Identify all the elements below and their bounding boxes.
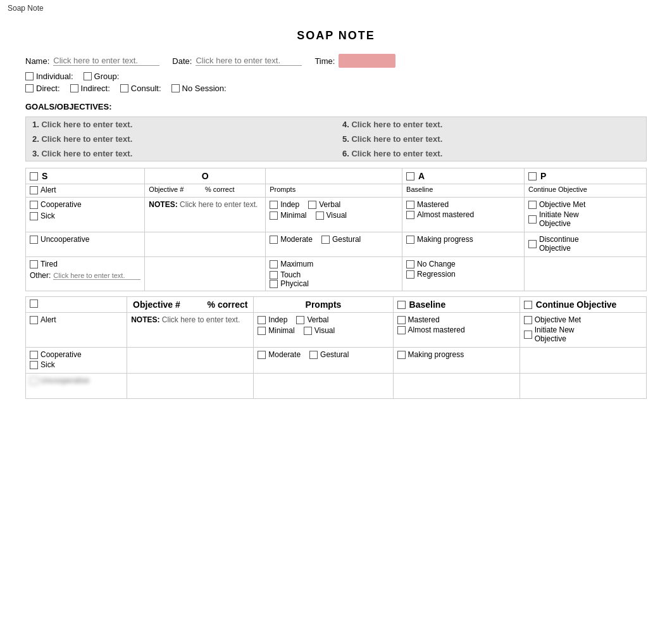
touch-checkbox-1[interactable]	[270, 271, 278, 279]
p-empty-cell	[524, 257, 646, 291]
no-change-checkbox-1[interactable]	[406, 260, 414, 268]
consult-checkbox-item: Consult:	[120, 84, 161, 93]
consult-label: Consult:	[131, 84, 161, 93]
t2-gestural-checkbox[interactable]	[309, 351, 318, 359]
soap-table-1: S O A P	[25, 168, 647, 291]
a-data-cell: Mastered Almost mastered	[402, 198, 525, 232]
time-field: Time:	[314, 54, 395, 68]
p-col-checkbox[interactable]	[528, 172, 537, 180]
date-input[interactable]	[196, 56, 302, 66]
t2-table-row-2: Cooperative Sick Moderate Gestural	[26, 348, 647, 374]
goal-2: 2. Click here to enter text.	[26, 132, 336, 146]
page-title: SOAP NOTE	[25, 29, 647, 42]
t2-a-making-progress-cell: Making progress	[393, 348, 520, 374]
table-row-2: Uncooperative Moderate Gestural Maki	[26, 232, 647, 257]
no-session-checkbox[interactable]	[171, 84, 180, 92]
group-checkbox[interactable]	[84, 72, 92, 80]
t2-cooperative-checkbox[interactable]	[30, 351, 38, 359]
phycical-checkbox-1[interactable]	[270, 280, 278, 288]
t2-minimal-checkbox[interactable]	[258, 327, 266, 335]
t2-uncooperative-checkbox[interactable]	[30, 377, 38, 385]
t2-col-o-header: Objective # % correct	[127, 297, 254, 313]
col-a-header: A	[402, 168, 525, 184]
t2-s-data-cell: Alert	[26, 313, 127, 348]
s-uncooperative-cell: Uncooperative	[26, 232, 145, 257]
moderate-checkbox-1[interactable]	[270, 236, 278, 244]
t2-initiate-new-checkbox[interactable]	[524, 331, 532, 339]
visual-checkbox-1[interactable]	[316, 211, 324, 220]
t2-a-col-checkbox[interactable]	[397, 301, 406, 309]
direct-label: Direct:	[36, 84, 60, 93]
sick-checkbox-1[interactable]	[30, 212, 38, 220]
time-input[interactable]	[339, 54, 395, 68]
mastered-checkbox-1[interactable]	[406, 201, 414, 209]
t2-p-blurred-cell	[520, 374, 646, 399]
table-row-1: Cooperative Sick NOTES: Click here to en…	[26, 198, 647, 232]
goals-grid: 1. Click here to enter text. 4. Click he…	[25, 117, 647, 161]
tired-checkbox-1[interactable]	[30, 260, 38, 268]
t2-table-row-1: Alert NOTES: Click here to enter text. I…	[26, 313, 647, 348]
consult-checkbox[interactable]	[120, 84, 128, 92]
verbal-checkbox-1[interactable]	[308, 201, 316, 209]
t2-moderate-checkbox[interactable]	[258, 351, 266, 359]
indirect-label: Indirect:	[81, 84, 110, 93]
t2-sick-checkbox[interactable]	[30, 361, 38, 369]
no-session-label: No Session:	[182, 84, 227, 93]
date-label: Date:	[172, 56, 192, 66]
initiate-new-checkbox-1[interactable]	[528, 215, 537, 224]
making-progress-checkbox-1[interactable]	[406, 236, 414, 244]
t2-making-progress-checkbox[interactable]	[397, 351, 406, 359]
t2-o-empty-cell	[127, 348, 254, 374]
p-sub-header: Continue Objective	[524, 184, 646, 198]
individual-checkbox-item: Individual:	[25, 72, 73, 81]
name-input[interactable]	[53, 56, 159, 66]
table-row-3: Tired Other: Maximum Touch	[26, 257, 647, 291]
a-col-checkbox[interactable]	[406, 172, 414, 180]
goals-section: GOALS/OBJECTIVES: 1. Click here to enter…	[25, 102, 647, 161]
t2-verbal-checkbox[interactable]	[296, 316, 304, 324]
prompts-max-cell: Maximum Touch Phycical	[266, 257, 402, 291]
minimal-checkbox-1[interactable]	[270, 211, 278, 220]
cooperative-checkbox-1[interactable]	[30, 201, 38, 209]
gestural-checkbox-1[interactable]	[321, 236, 330, 244]
col-prompts-header	[266, 168, 402, 184]
group-label: Group:	[94, 72, 120, 81]
prompts-data-cell: Indep Verbal Minimal Visual	[266, 198, 402, 232]
t2-table-row-3-blurred: Uncooperative	[26, 374, 647, 399]
t2-p-col-checkbox[interactable]	[524, 301, 532, 309]
t2-almost-mastered-checkbox[interactable]	[397, 326, 406, 334]
t2-alert-checkbox[interactable]	[30, 316, 38, 324]
indep-checkbox-1[interactable]	[270, 201, 278, 209]
session-mode-group: Direct: Indirect: Consult: No Session:	[25, 84, 647, 93]
t2-s-uncooperative-cell: Uncooperative	[26, 374, 127, 399]
t2-indep-checkbox[interactable]	[258, 316, 266, 324]
uncooperative-checkbox-1[interactable]	[30, 236, 38, 244]
t2-col-a-header: Baseline	[393, 297, 520, 313]
obj-met-checkbox-1[interactable]	[528, 201, 537, 209]
almost-mastered-checkbox-1[interactable]	[406, 211, 414, 219]
t2-p-data-cell: Objective Met Initiate NewObjective	[520, 313, 646, 348]
t2-s-col-checkbox[interactable]	[30, 300, 38, 308]
other-input[interactable]	[53, 272, 140, 280]
t2-visual-checkbox[interactable]	[304, 327, 312, 335]
t2-col-prompts-header: Prompts	[254, 297, 393, 313]
t2-a-blurred-cell	[393, 374, 520, 399]
t2-prompts-data-cell: Indep Verbal Minimal Visual	[254, 313, 393, 348]
alert-checkbox-1[interactable]	[30, 186, 38, 194]
discontinue-checkbox-1[interactable]	[528, 240, 537, 248]
t2-a-data-cell: Mastered Almost mastered	[393, 313, 520, 348]
o-empty-cell-2	[145, 257, 266, 291]
s-col-checkbox[interactable]	[30, 172, 38, 180]
a-making-progress-cell: Making progress	[402, 232, 525, 257]
group-checkbox-item: Group:	[84, 72, 120, 81]
t2-mastered-checkbox[interactable]	[397, 316, 406, 324]
name-field: Name:	[25, 56, 159, 66]
time-label: Time:	[314, 56, 335, 66]
maximum-checkbox-1[interactable]	[270, 260, 278, 268]
direct-checkbox[interactable]	[25, 84, 34, 92]
t2-prompts-blurred-cell	[254, 374, 393, 399]
individual-checkbox[interactable]	[25, 72, 34, 80]
indirect-checkbox[interactable]	[70, 84, 78, 92]
t2-obj-met-checkbox[interactable]	[524, 316, 532, 324]
regression-checkbox-1[interactable]	[406, 270, 414, 279]
